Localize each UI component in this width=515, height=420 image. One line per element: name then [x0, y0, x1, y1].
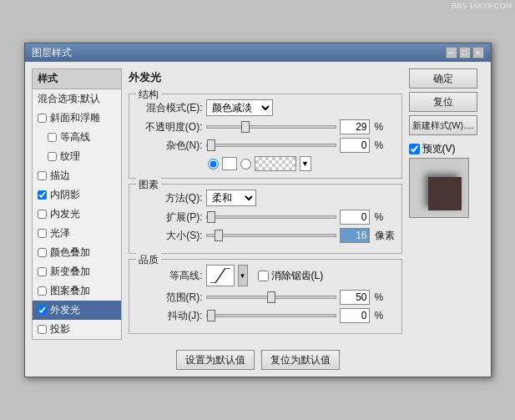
- confirm-button[interactable]: 确定: [409, 68, 477, 89]
- preview-checkbox-row: 预览(V): [409, 142, 456, 156]
- color-row: ▼: [136, 156, 395, 171]
- range-slider[interactable]: [206, 296, 336, 299]
- opacity-input[interactable]: [340, 119, 370, 134]
- dialog-title: 图层样式: [32, 46, 72, 60]
- outer-glow-checkbox[interactable]: [38, 306, 47, 315]
- layer-style-dialog: 图层样式 BBS-16XX9-COM ─ □ × 样式 混合选项:默认 斜面和浮…: [24, 43, 492, 377]
- reset-button[interactable]: 复位: [409, 92, 477, 112]
- structure-title: 结构: [136, 88, 161, 102]
- new-style-button[interactable]: 新建样式(W)....: [409, 115, 477, 135]
- sidebar-item-blend[interactable]: 混合选项:默认: [33, 89, 121, 109]
- pattern-overlay-label: 图案叠加: [50, 284, 90, 298]
- sidebar-item-gradient-overlay[interactable]: 新变叠加: [33, 262, 121, 281]
- range-label: 范围(R):: [136, 291, 203, 305]
- title-bar: 图层样式 BBS-16XX9-COM ─ □ ×: [25, 43, 491, 62]
- structure-group: 结构 混合模式(E): 颜色减淡 不透明度(O): %: [129, 94, 402, 179]
- noise-label: 杂色(N):: [136, 139, 203, 153]
- gradient-preview[interactable]: [255, 156, 296, 171]
- contour-thumbnail[interactable]: [206, 265, 235, 286]
- sidebar-item-texture[interactable]: 纹理: [33, 147, 121, 166]
- contour-label: 等高线: [60, 130, 90, 144]
- range-row: 范围(R): %: [136, 290, 395, 305]
- watermark: BBS-16XX9-COM: [452, 2, 512, 10]
- texture-label: 纹理: [60, 149, 80, 164]
- close-button[interactable]: ×: [472, 47, 484, 58]
- preview-label: 预览(V): [422, 142, 456, 156]
- minimize-button[interactable]: ─: [446, 47, 457, 58]
- stroke-checkbox[interactable]: [38, 171, 47, 180]
- size-slider-container: [206, 234, 336, 237]
- spread-slider[interactable]: [206, 215, 336, 219]
- gradient-arrow-icon[interactable]: ▼: [300, 156, 311, 171]
- method-label: 方法(Q):: [136, 191, 203, 205]
- title-bar-buttons: ─ □ ×: [446, 47, 484, 58]
- solid-radio[interactable]: [208, 159, 219, 170]
- sidebar-item-inner-glow[interactable]: 内发光: [33, 205, 121, 224]
- blend-mode-row: 混合模式(E): 颜色减淡: [136, 99, 395, 116]
- noise-row: 杂色(N): %: [136, 138, 395, 153]
- bevel-checkbox[interactable]: [38, 114, 47, 123]
- bevel-label: 斜面和浮雕: [50, 111, 100, 125]
- range-slider-container: [206, 296, 336, 299]
- noise-slider[interactable]: [206, 144, 336, 147]
- jitter-slider[interactable]: [206, 314, 336, 317]
- drop-shadow-label: 投影: [50, 322, 70, 337]
- eliminate-jagged-checkbox[interactable]: [258, 271, 269, 281]
- sidebar-item-drop-shadow[interactable]: 投影: [33, 320, 121, 339]
- gradient-overlay-checkbox[interactable]: [38, 267, 47, 276]
- contour-checkbox[interactable]: [48, 133, 57, 142]
- noise-input[interactable]: [340, 138, 370, 153]
- sidebar-item-contour[interactable]: 等高线: [33, 128, 121, 147]
- jitter-input[interactable]: [340, 308, 370, 323]
- texture-checkbox[interactable]: [48, 152, 57, 161]
- dialog-body: 样式 混合选项:默认 斜面和浮雕 等高线 纹理 描: [25, 62, 491, 347]
- quality-contour-label: 等高线:: [136, 269, 203, 283]
- spread-input[interactable]: [340, 210, 370, 225]
- spread-unit: %: [375, 211, 395, 223]
- inner-glow-checkbox[interactable]: [38, 210, 47, 219]
- preview-thumb-inner: [428, 177, 462, 210]
- color-overlay-checkbox[interactable]: [38, 248, 47, 257]
- range-input[interactable]: [340, 290, 370, 305]
- eliminate-jagged-container: 消除锯齿(L): [258, 269, 324, 283]
- quality-title: 品质: [136, 253, 161, 267]
- jitter-label: 抖动(J):: [136, 309, 203, 323]
- opacity-slider[interactable]: [206, 125, 336, 129]
- inner-shadow-label: 内阴影: [50, 188, 80, 202]
- gradient-radio[interactable]: [240, 159, 251, 170]
- contour-row: 等高线: ▼ 消除锯齿(L): [136, 265, 395, 286]
- jitter-row: 抖动(J): %: [136, 308, 395, 323]
- blend-mode-label: 混合模式(E):: [136, 101, 203, 115]
- sidebar-item-inner-shadow[interactable]: 内阴影: [33, 185, 121, 205]
- sidebar-item-pattern-overlay[interactable]: 图案叠加: [33, 281, 121, 301]
- size-row: 大小(S): 像素: [136, 228, 395, 243]
- set-default-button[interactable]: 设置为默认值: [176, 350, 255, 370]
- blend-label: 混合选项:默认: [38, 92, 100, 106]
- sidebar-item-satin[interactable]: 光泽: [33, 224, 121, 243]
- jitter-slider-container: [206, 314, 336, 317]
- jitter-unit: %: [375, 310, 395, 321]
- maximize-button[interactable]: □: [459, 47, 471, 58]
- preview-thumbnail: [409, 158, 469, 218]
- method-select[interactable]: 柔和 精确: [206, 190, 256, 206]
- main-panel: 外发光 结构 混合模式(E): 颜色减淡 不透明度(O):: [129, 68, 402, 340]
- sidebar-item-color-overlay[interactable]: 颜色叠加: [33, 243, 121, 262]
- method-row: 方法(Q): 柔和 精确: [136, 190, 395, 206]
- blend-mode-select[interactable]: 颜色减淡: [206, 99, 273, 116]
- opacity-label: 不透明度(O):: [136, 120, 203, 134]
- sidebar-item-bevel[interactable]: 斜面和浮雕: [33, 109, 121, 128]
- right-panel: 确定 复位 新建样式(W).... 预览(V): [409, 68, 484, 340]
- reset-default-button[interactable]: 复位为默认值: [261, 350, 340, 370]
- contour-dropdown-arrow[interactable]: ▼: [238, 265, 248, 286]
- opacity-slider-container: [206, 125, 336, 129]
- drop-shadow-checkbox[interactable]: [38, 325, 47, 334]
- sidebar-item-outer-glow[interactable]: 外发光: [33, 301, 121, 320]
- inner-shadow-checkbox[interactable]: [38, 190, 47, 200]
- satin-checkbox[interactable]: [38, 229, 47, 238]
- size-input[interactable]: [340, 228, 370, 243]
- preview-checkbox[interactable]: [409, 144, 420, 154]
- sidebar-item-stroke[interactable]: 描边: [33, 166, 121, 185]
- size-slider[interactable]: [206, 234, 336, 237]
- solid-color-swatch[interactable]: [222, 157, 237, 170]
- pattern-overlay-checkbox[interactable]: [38, 286, 47, 296]
